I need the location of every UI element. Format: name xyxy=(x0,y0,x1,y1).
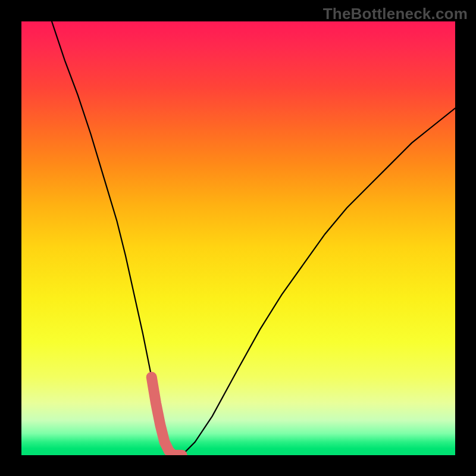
watermark-text: TheBottleneck.com xyxy=(323,5,468,23)
bottleneck-curve xyxy=(52,21,455,455)
plot-area xyxy=(21,21,455,455)
chart-frame: TheBottleneck.com xyxy=(0,0,476,476)
curve-layer xyxy=(21,21,455,455)
valley-marker-icon xyxy=(152,377,182,455)
